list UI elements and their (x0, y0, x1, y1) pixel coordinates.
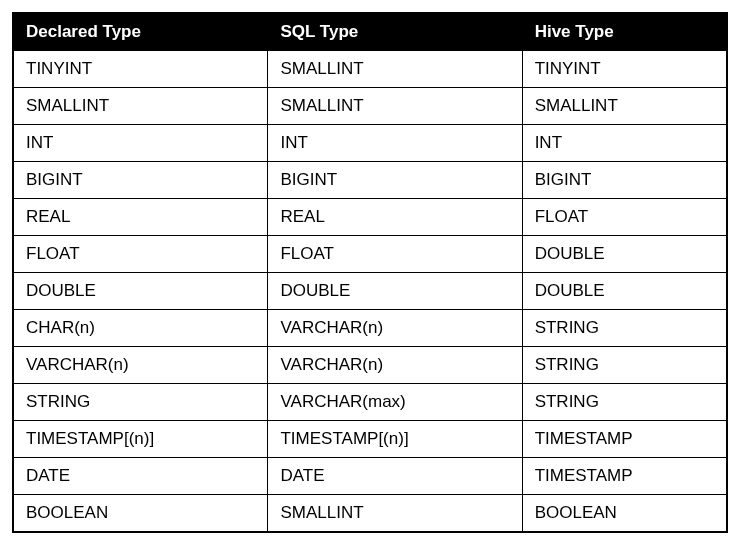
cell-hive: FLOAT (522, 199, 727, 236)
cell-sql: INT (268, 125, 522, 162)
cell-declared: BIGINT (13, 162, 268, 199)
table-row: DATE DATE TIMESTAMP (13, 458, 727, 495)
table-row: BIGINT BIGINT BIGINT (13, 162, 727, 199)
table-row: TIMESTAMP[(n)] TIMESTAMP[(n)] TIMESTAMP (13, 421, 727, 458)
cell-declared: INT (13, 125, 268, 162)
cell-sql: FLOAT (268, 236, 522, 273)
cell-sql: SMALLINT (268, 88, 522, 125)
table-body: TINYINT SMALLINT TINYINT SMALLINT SMALLI… (13, 51, 727, 533)
cell-hive: STRING (522, 310, 727, 347)
cell-hive: BOOLEAN (522, 495, 727, 533)
cell-declared: TINYINT (13, 51, 268, 88)
cell-sql: VARCHAR(n) (268, 347, 522, 384)
table-row: CHAR(n) VARCHAR(n) STRING (13, 310, 727, 347)
cell-hive: STRING (522, 384, 727, 421)
table-row: VARCHAR(n) VARCHAR(n) STRING (13, 347, 727, 384)
cell-hive: TINYINT (522, 51, 727, 88)
cell-hive: INT (522, 125, 727, 162)
table-row: BOOLEAN SMALLINT BOOLEAN (13, 495, 727, 533)
cell-declared: REAL (13, 199, 268, 236)
cell-declared: STRING (13, 384, 268, 421)
cell-hive: BIGINT (522, 162, 727, 199)
table-row: DOUBLE DOUBLE DOUBLE (13, 273, 727, 310)
table-row: STRING VARCHAR(max) STRING (13, 384, 727, 421)
table-header-row: Declared Type SQL Type Hive Type (13, 13, 727, 51)
header-hive-type: Hive Type (522, 13, 727, 51)
table-row: INT INT INT (13, 125, 727, 162)
cell-hive: SMALLINT (522, 88, 727, 125)
cell-declared: DOUBLE (13, 273, 268, 310)
cell-sql: DATE (268, 458, 522, 495)
cell-sql: REAL (268, 199, 522, 236)
header-sql-type: SQL Type (268, 13, 522, 51)
cell-hive: DOUBLE (522, 236, 727, 273)
cell-declared: DATE (13, 458, 268, 495)
cell-declared: CHAR(n) (13, 310, 268, 347)
cell-hive: DOUBLE (522, 273, 727, 310)
cell-declared: VARCHAR(n) (13, 347, 268, 384)
cell-sql: BIGINT (268, 162, 522, 199)
table-row: TINYINT SMALLINT TINYINT (13, 51, 727, 88)
cell-hive: TIMESTAMP (522, 421, 727, 458)
cell-sql: DOUBLE (268, 273, 522, 310)
table-row: REAL REAL FLOAT (13, 199, 727, 236)
cell-hive: TIMESTAMP (522, 458, 727, 495)
type-mapping-table: Declared Type SQL Type Hive Type TINYINT… (12, 12, 728, 533)
cell-sql: SMALLINT (268, 51, 522, 88)
header-declared-type: Declared Type (13, 13, 268, 51)
cell-declared: SMALLINT (13, 88, 268, 125)
cell-sql: TIMESTAMP[(n)] (268, 421, 522, 458)
cell-sql: VARCHAR(n) (268, 310, 522, 347)
cell-sql: VARCHAR(max) (268, 384, 522, 421)
table-row: FLOAT FLOAT DOUBLE (13, 236, 727, 273)
cell-sql: SMALLINT (268, 495, 522, 533)
cell-declared: TIMESTAMP[(n)] (13, 421, 268, 458)
cell-declared: BOOLEAN (13, 495, 268, 533)
table-row: SMALLINT SMALLINT SMALLINT (13, 88, 727, 125)
cell-hive: STRING (522, 347, 727, 384)
cell-declared: FLOAT (13, 236, 268, 273)
